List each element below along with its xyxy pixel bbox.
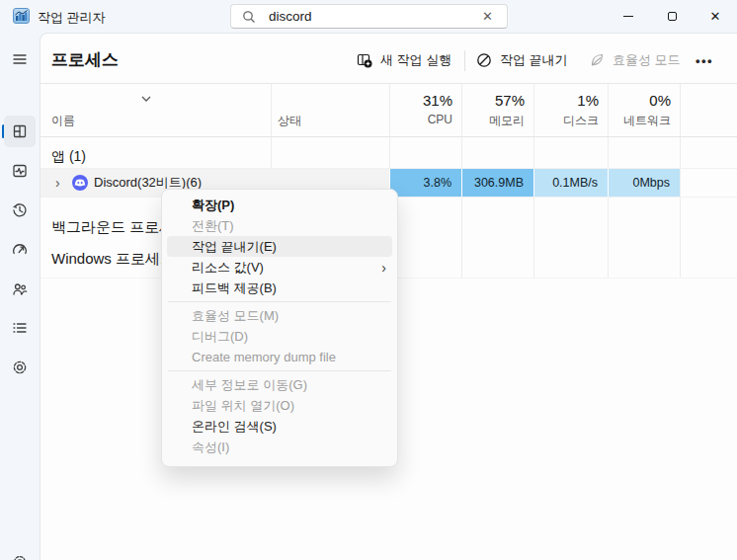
run-new-task-label: 새 작업 실행 [380,51,451,69]
search-clear-icon[interactable]: ✕ [478,9,497,24]
new-task-icon [357,52,372,68]
gauge-icon [11,241,29,259]
efficiency-mode-button[interactable]: 효율성 모드 [589,47,681,73]
task-manager-app-icon [13,8,30,24]
search-input[interactable]: discord [269,9,478,24]
run-new-task-button[interactable]: 새 작업 실행 [357,47,451,73]
group-header-apps[interactable]: 앱 (1) [51,148,86,166]
menu-item-label: 파일 위치 열기(O) [192,397,294,415]
menu-item-label: 속성(I) [192,439,229,456]
menu-item-label: 피드백 제공(B) [192,280,277,297]
menu-item-search-online[interactable]: 온라인 검색(S) [162,416,397,437]
page-title: 프로세스 [51,48,119,71]
window-title: 작업 관리자 [38,9,106,27]
column-header-cpu[interactable]: CPU [428,113,452,126]
end-task-button[interactable]: 작업 끝내기 [476,47,568,73]
sidebar-settings-button[interactable] [4,546,36,560]
network-total-usage: 0% [649,92,671,109]
menu-item-label: Create memory dump file [192,350,336,364]
submenu-arrow-icon: › [381,257,386,278]
sidebar-menu-button[interactable] [4,43,36,75]
settings-gear-icon [11,553,29,560]
services-gear-icon [11,359,29,376]
menu-item-properties: 속성(I) [162,437,397,457]
menu-item-label: 리소스 값(V) [192,259,264,277]
column-header-memory[interactable]: 메모리 [489,113,525,129]
search-box[interactable]: discord ✕ [230,4,508,29]
menu-separator [168,301,391,302]
menu-item-label: 온라인 검색(S) [192,418,277,436]
menu-item-open-file-location: 파일 위치 열기(O) [162,395,397,416]
sidebar-item-processes[interactable] [4,116,36,147]
menu-item-label: 효율성 모드(M) [192,307,279,325]
menu-item-label: 확장(P) [192,197,234,214]
column-header-network[interactable]: 네트워크 [623,113,671,129]
menu-item-create-dump-file: Create memory dump file [162,347,397,367]
context-menu: 확장(P) 전환(T) 작업 끝내기(E) 리소스 값(V) › 피드백 제공(… [161,189,398,467]
processes-icon [11,122,29,140]
process-memory-cell: 306.9MB [461,169,533,197]
sidebar-item-performance[interactable] [4,155,36,187]
minimize-icon [623,16,633,17]
column-header-disk[interactable]: 디스크 [563,113,599,129]
efficiency-mode-label: 효율성 모드 [613,51,681,69]
details-list-icon [11,319,29,337]
menu-item-label: 전환(T) [192,217,234,235]
menu-item-provide-feedback[interactable]: 피드백 제공(B) [162,278,397,298]
menu-item-expand[interactable]: 확장(P) [162,195,397,215]
menu-separator [168,370,391,371]
disk-total-usage: 1% [577,92,599,109]
sidebar [0,33,40,560]
toolbar-separator [464,50,465,71]
column-divider [680,84,681,278]
performance-icon [11,162,29,180]
menu-item-resource-values[interactable]: 리소스 값(V) › [162,257,397,278]
menu-item-label: 디버그(D) [192,328,248,346]
efficiency-leaf-icon [589,52,605,68]
sidebar-item-services[interactable] [4,352,36,383]
history-clock-icon [11,201,29,219]
process-network-cell: 0Mbps [608,169,680,197]
hamburger-icon [11,50,29,68]
close-icon: ✕ [710,10,721,23]
menu-item-label: 작업 끝내기(E) [192,238,277,256]
menu-item-debug: 디버그(D) [162,326,397,347]
menu-item-switch-to: 전환(T) [162,215,397,236]
cpu-total-usage: 31% [423,92,452,109]
process-cpu-cell: 3.8% [389,169,461,197]
minimize-button[interactable] [607,0,650,33]
more-options-button[interactable]: ••• [696,47,713,73]
users-icon [11,280,29,298]
sort-direction-icon[interactable] [139,89,153,107]
group-header-windows[interactable]: Windows 프로세스 [51,250,175,269]
maximize-icon [668,12,677,21]
end-task-label: 작업 끝내기 [500,51,568,69]
titlebar: 작업 관리자 discord ✕ ✕ [0,0,737,33]
sidebar-item-details[interactable] [4,312,36,344]
memory-total-usage: 57% [495,92,525,109]
close-button[interactable]: ✕ [694,0,737,33]
discord-app-icon [72,175,88,191]
row-expand-chevron-icon[interactable]: › [55,169,60,197]
sidebar-item-app-history[interactable] [4,195,36,226]
search-icon [242,10,256,24]
end-task-icon [476,52,492,68]
sidebar-item-startup-apps[interactable] [4,234,36,266]
process-disk-cell: 0.1MB/s [533,169,608,197]
maximize-button[interactable] [650,0,694,33]
menu-item-end-task[interactable]: 작업 끝내기(E) [167,236,392,257]
menu-item-efficiency-mode: 효율성 모드(M) [162,305,397,326]
column-header-status[interactable]: 상태 [278,113,301,129]
column-header-name[interactable]: 이름 [51,113,75,129]
header-divider [41,136,737,137]
sidebar-item-users[interactable] [4,274,36,305]
menu-item-label: 세부 정보로 이동(G) [192,376,307,394]
menu-item-go-to-details: 세부 정보로 이동(G) [162,374,397,395]
